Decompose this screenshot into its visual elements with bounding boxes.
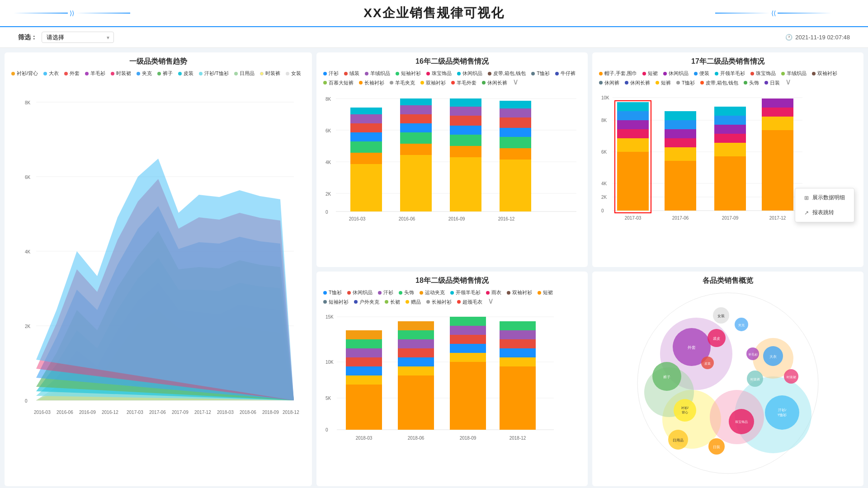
svg-text:T恤衫: T恤衫 <box>778 413 787 417</box>
svg-text:2017-09: 2017-09 <box>172 410 189 415</box>
svg-rect-134 <box>500 339 536 348</box>
svg-rect-111 <box>346 385 382 430</box>
bar-chart-17-legend: 帽子,手套,围巾 短裙 休闲织品 便装 开领羊毛衫 珠宝饰品 羊绒织品 双袖衬衫… <box>599 70 857 87</box>
svg-rect-80 <box>617 111 649 120</box>
svg-rect-96 <box>762 117 793 130</box>
svg-text:2K: 2K <box>25 324 31 329</box>
svg-rect-58 <box>500 108 531 117</box>
svg-rect-113 <box>346 366 382 375</box>
context-menu-item-jump[interactable]: ↗ 报表跳转 <box>795 205 854 220</box>
svg-rect-92 <box>714 125 746 134</box>
svg-text:2017-12: 2017-12 <box>194 410 211 415</box>
legend-item: 皮装 <box>178 70 193 77</box>
svg-rect-88 <box>665 111 696 120</box>
svg-point-154 <box>765 395 799 430</box>
jump-icon: ↗ <box>804 210 809 216</box>
svg-text:时装裤: 时装裤 <box>750 378 760 381</box>
svg-rect-46 <box>450 157 481 211</box>
filter-select[interactable]: 请选择 <box>42 32 114 43</box>
svg-rect-120 <box>398 357 434 366</box>
filter-select-wrap[interactable]: 请选择 <box>42 32 114 43</box>
svg-text:6K: 6K <box>25 175 31 180</box>
svg-text:2K: 2K <box>326 192 331 197</box>
svg-rect-51 <box>450 107 481 116</box>
svg-text:6K: 6K <box>326 128 331 133</box>
svg-text:外套: 外套 <box>688 345 696 350</box>
header: ⟩⟩ XX企业销售规律可视化 ⟨⟨ <box>0 0 868 27</box>
svg-rect-43 <box>400 114 432 123</box>
svg-rect-115 <box>346 348 382 357</box>
svg-text:日装: 日装 <box>713 445 720 449</box>
svg-rect-95 <box>762 130 793 211</box>
svg-rect-55 <box>500 137 531 148</box>
svg-text:0: 0 <box>326 427 328 432</box>
svg-rect-136 <box>500 321 536 330</box>
svg-text:5K: 5K <box>326 396 331 401</box>
legend-item: 女装 <box>286 70 301 77</box>
svg-text:2018-06: 2018-06 <box>408 436 425 441</box>
svg-text:2016-06: 2016-06 <box>399 216 415 221</box>
svg-text:10K: 10K <box>601 95 609 100</box>
svg-text:2018-09: 2018-09 <box>460 436 476 441</box>
area-chart-svg: 8K 6K 4K 2K 0 <box>11 80 301 450</box>
area-chart-title: 一级品类销售趋势 <box>11 57 305 66</box>
svg-text:4K: 4K <box>326 160 331 165</box>
main-content: 一级品类销售趋势 衬衫/背心 大衣 外套 羊毛衫 时装裙 夹克 裤子 皮装 汗衫… <box>0 48 868 488</box>
svg-rect-33 <box>350 153 382 164</box>
legend-item: 汗衫/T恤衫 <box>199 70 229 77</box>
svg-rect-34 <box>350 141 382 153</box>
svg-rect-81 <box>617 102 649 111</box>
svg-text:2017-12: 2017-12 <box>769 216 786 221</box>
svg-rect-132 <box>500 357 536 366</box>
page-title: XX企业销售规律可视化 <box>363 5 504 22</box>
svg-text:8K: 8K <box>326 97 331 102</box>
svg-rect-112 <box>346 375 382 385</box>
svg-text:2017-06: 2017-06 <box>149 410 166 415</box>
svg-text:羊毛衫: 羊毛衫 <box>748 353 758 357</box>
bubble-chart-title: 各品类销售概览 <box>599 276 857 286</box>
svg-rect-135 <box>500 330 536 339</box>
svg-rect-91 <box>714 134 746 143</box>
header-deco-right: ⟨⟨ <box>715 9 832 17</box>
svg-text:0: 0 <box>25 399 28 404</box>
bubble-chart-svg: 外套 裘皮 皮装 汗衫/ T恤衫 珠宝饰品 衬衫/ 背心 <box>633 288 823 478</box>
area-chart-panel: 一级品类销售趋势 衬衫/背心 大衣 外套 羊毛衫 时装裙 夹克 裤子 皮装 汗衫… <box>5 52 312 486</box>
context-menu-item-detail[interactable]: ⊞ 展示数据明细 <box>795 190 854 205</box>
svg-text:2016-12: 2016-12 <box>102 410 118 415</box>
svg-rect-56 <box>500 128 531 137</box>
svg-rect-76 <box>617 152 649 211</box>
svg-rect-53 <box>500 160 531 211</box>
svg-text:2018-03: 2018-03 <box>217 410 234 415</box>
chart-more[interactable]: ∨ <box>513 77 519 87</box>
svg-point-159 <box>674 399 696 422</box>
svg-text:日用品: 日用品 <box>673 438 684 442</box>
chart-more-17[interactable]: ∨ <box>785 77 791 87</box>
svg-text:裤子: 裤子 <box>663 375 670 379</box>
bar-chart-16-title: 16年二级品类销售情况 <box>323 57 581 66</box>
context-menu: ⊞ 展示数据明细 ↗ 报表跳转 <box>795 188 854 222</box>
svg-rect-86 <box>665 129 696 138</box>
svg-text:2018-12: 2018-12 <box>509 436 526 441</box>
legend-item: 日用品 <box>234 70 255 77</box>
svg-text:8K: 8K <box>25 100 31 105</box>
bar-chart-18-panel: 18年二级品类销售情况 T恤衫 休闲织品 汗衫 头饰 运动夹克 开领羊毛衫 雨衣… <box>316 272 588 486</box>
svg-text:2018-09: 2018-09 <box>262 410 279 415</box>
svg-rect-93 <box>714 116 746 125</box>
svg-rect-50 <box>450 116 481 126</box>
svg-text:2016-06: 2016-06 <box>57 410 73 415</box>
svg-rect-40 <box>400 144 432 155</box>
datetime-display: 🕐 2021-11-19 02:07:48 <box>785 34 850 41</box>
bar-chart-18-title: 18年二级品类销售情况 <box>323 276 581 286</box>
svg-rect-133 <box>500 348 536 357</box>
legend-item: 大衣 <box>43 70 59 77</box>
chart-more-18[interactable]: ∨ <box>488 296 494 306</box>
svg-text:珠宝饰品: 珠宝饰品 <box>735 420 748 423</box>
bar-chart-18-legend: T恤衫 休闲织品 汗衫 头饰 运动夹克 开领羊毛衫 雨衣 双袖衬衫 短裙 短袖衬… <box>323 289 581 306</box>
svg-rect-48 <box>450 135 481 146</box>
svg-rect-118 <box>398 375 434 430</box>
svg-text:2016-09: 2016-09 <box>79 410 96 415</box>
svg-rect-54 <box>500 148 531 160</box>
bar-chart-16-panel: 16年二级品类销售情况 汗衫 绒装 羊绒织品 短袖衬衫 珠宝饰品 休闲织品 皮带… <box>316 52 588 267</box>
bubble-chart-panel: 各品类销售概览 外套 <box>592 272 863 486</box>
svg-rect-129 <box>450 326 486 335</box>
